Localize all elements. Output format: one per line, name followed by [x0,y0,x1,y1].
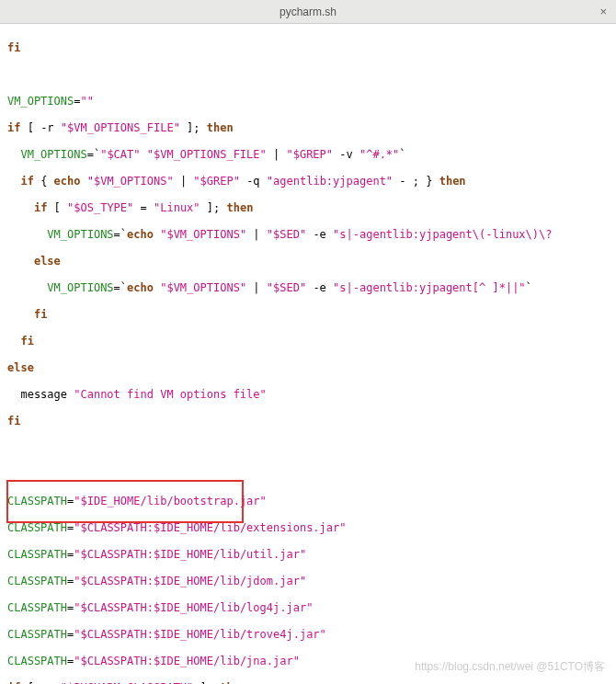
code-line: CLASSPATH="$CLASSPATH:$IDE_HOME/lib/exte… [7,521,609,535]
code-line: CLASSPATH="$CLASSPATH:$IDE_HOME/lib/trov… [7,628,609,642]
code-line: if [ -n "$PYCHARM_CLASSPATH" ]; then [7,681,609,685]
code-line [7,68,609,82]
close-icon[interactable]: × [599,5,607,18]
code-line: CLASSPATH="$CLASSPATH:$IDE_HOME/lib/jdom… [7,575,609,588]
code-line: message "Cannot find VM options file" [7,388,609,402]
code-line [7,468,609,482]
code-editor[interactable]: fi VM_OPTIONS="" if [ -r "$VM_OPTIONS_FI… [0,24,616,684]
code-line: VM_OPTIONS=`echo "$VM_OPTIONS" | "$SED" … [7,281,609,295]
code-line: fi [7,41,609,55]
code-line: fi [7,308,609,322]
code-line: CLASSPATH="$CLASSPATH:$IDE_HOME/lib/util… [7,548,609,562]
code-line: else [7,361,609,375]
code-line: VM_OPTIONS=`"$CAT" "$VM_OPTIONS_FILE" | … [7,148,609,162]
code-line: CLASSPATH="$CLASSPATH:$IDE_HOME/lib/log4… [7,601,609,615]
code-line: fi [7,335,609,348]
code-line: fi [7,415,609,428]
code-line [7,441,609,455]
code-line: VM_OPTIONS="" [7,95,609,108]
code-line: if [ "$OS_TYPE" = "Linux" ]; then [7,201,609,215]
watermark-text: https://blog.csdn.net/wei @51CTO博客 [415,659,605,675]
code-line: VM_OPTIONS=`echo "$VM_OPTIONS" | "$SED" … [7,228,609,242]
code-line: CLASSPATH="$IDE_HOME/lib/bootstrap.jar" [7,495,609,508]
window-titlebar: pycharm.sh × [0,0,616,24]
code-line: if { echo "$VM_OPTIONS" | "$GREP" -q "ag… [7,175,609,188]
code-line: else [7,255,609,268]
code-line: if [ -r "$VM_OPTIONS_FILE" ]; then [7,121,609,135]
window-title: pycharm.sh [279,6,337,18]
